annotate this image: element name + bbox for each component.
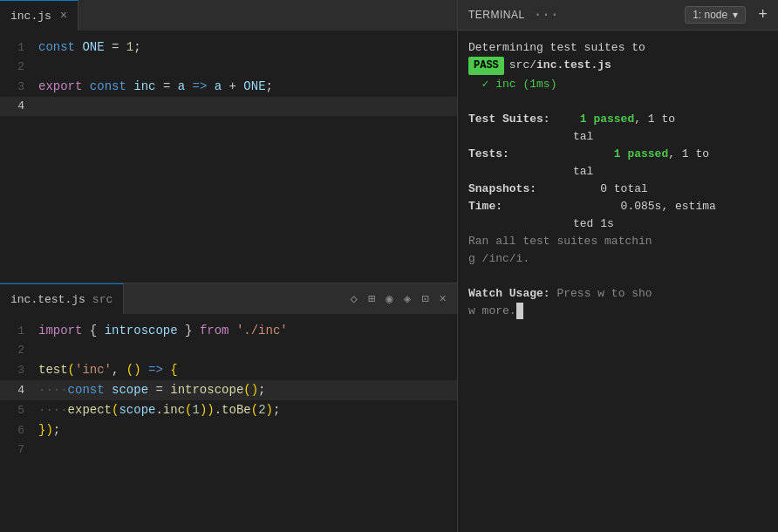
terminal-watch-line: Watch Usage: Press w to sho [468, 285, 768, 302]
code-line: 2 [0, 58, 457, 77]
add-terminal-icon[interactable]: + [758, 6, 768, 24]
terminal-node-selector[interactable]: 1: node ▾ [685, 6, 746, 24]
code-line: 1 const ONE = 1; [0, 38, 457, 58]
terminal-blank [468, 93, 768, 110]
close-icon[interactable]: × [60, 9, 67, 23]
terminal-content: Determining test suites to PASS src/inc.… [458, 31, 778, 532]
line-content: export const inc = a => a + ONE; [35, 77, 457, 96]
terminal-value: 1 passed [573, 146, 668, 162]
diamond-icon[interactable]: ◇ [348, 290, 358, 308]
panel-icon[interactable]: ⊡ [420, 290, 430, 308]
editor-bottom: inc.test.js src ◇ ⊞ ◉ ◈ ⊡ × 1 import { i… [0, 283, 457, 532]
terminal-text: Determining test suites to [468, 39, 645, 56]
tab-bar-top: inc.js × [0, 0, 457, 31]
terminal-value: 0 total [573, 181, 648, 197]
chevron-down-icon: ▾ [733, 9, 738, 21]
tab-inc-js[interactable]: inc.js × [0, 0, 78, 31]
terminal-suite-line: Test Suites: 1 passed , 1 to [468, 111, 768, 127]
line-number: 2 [0, 341, 35, 360]
line-content: const ONE = 1; [35, 38, 457, 57]
code-line: 6 }); [0, 420, 457, 440]
terminal-title: TERMINAL [468, 9, 525, 21]
editor-top: inc.js × 1 const ONE = 1; 2 3 exp [0, 0, 457, 283]
tab-icons: ◇ ⊞ ◉ ◈ ⊡ × [348, 290, 457, 308]
line-number: 3 [0, 78, 35, 97]
tab-test-path: src [92, 293, 113, 306]
line-number: 4 [0, 381, 35, 400]
code-area-bottom: 1 import { introscope } from './inc' 2 3… [0, 314, 457, 532]
terminal-snapshots-line: Snapshots: 0 total [468, 181, 768, 197]
terminal-line: Determining test suites to [468, 39, 768, 56]
code-line: 1 import { introscope } from './inc' [0, 321, 457, 341]
terminal-value2: , 1 to [668, 146, 709, 162]
terminal-value: 1 passed [573, 111, 634, 127]
terminal-text: tal [468, 163, 593, 180]
terminal-value2: , 1 to [634, 111, 675, 127]
code-line: 2 [0, 341, 457, 360]
tab-inc-js-name: inc.js [10, 10, 51, 23]
terminal-text: Ran all test suites matchin [468, 233, 652, 249]
terminal-panel: TERMINAL ··· 1: node ▾ + Determining tes… [458, 0, 778, 532]
line-number: 1 [0, 38, 35, 58]
terminal-text: g /inc/i. [468, 250, 529, 267]
terminal-label: Test Suites: [468, 111, 573, 127]
terminal-watch-label: Watch Usage: [468, 285, 550, 302]
terminal-text: ted 1s [468, 215, 614, 232]
line-content: }); [35, 420, 457, 440]
terminal-check-line: ✓ inc (1ms) [468, 76, 768, 92]
line-content: ····expect(scope.inc(1)).toBe(2); [35, 400, 457, 419]
pass-badge: PASS [468, 57, 504, 75]
terminal-path: src/inc.test.js [509, 57, 611, 75]
terminal-label: Snapshots: [468, 181, 573, 197]
terminal-watch-cont: w more. [468, 303, 768, 319]
terminal-suite-cont: tal [468, 128, 768, 145]
line-content: import { introscope } from './inc' [35, 321, 457, 340]
terminal-pass-line: PASS src/inc.test.js [468, 57, 768, 75]
tab-test-js[interactable]: inc.test.js src [0, 283, 124, 314]
terminal-ran-line: Ran all test suites matchin [468, 233, 768, 249]
line-number: 6 [0, 421, 35, 440]
terminal-text: tal [468, 128, 593, 145]
code-line-active: 4 ····const scope = introscope(); [0, 380, 457, 400]
terminal-blank2 [468, 268, 768, 284]
eye-icon[interactable]: ◉ [384, 290, 394, 308]
code-line-active: 4 [0, 97, 457, 116]
line-number: 5 [0, 401, 35, 420]
terminal-label: Tests: [468, 146, 573, 162]
terminal-text: w more. [468, 303, 523, 319]
terminal-time-line: Time: 0.085s, estima [468, 198, 768, 215]
line-number: 1 [0, 322, 35, 341]
code-line: 3 export const inc = a => a + ONE; [0, 77, 457, 97]
terminal-tests-line: Tests: 1 passed , 1 to [468, 146, 768, 162]
code-line: 3 test('inc', () => { [0, 360, 457, 380]
line-number: 7 [0, 440, 35, 460]
tab-test-filename: inc.test.js [10, 293, 85, 306]
terminal-watch-value: Press w to sho [550, 285, 652, 302]
terminal-header: TERMINAL ··· 1: node ▾ + [458, 0, 778, 31]
terminal-tests-cont: tal [468, 163, 768, 180]
tab-bar-bottom: inc.test.js src ◇ ⊞ ◉ ◈ ⊡ × [0, 283, 457, 314]
terminal-label: Time: [468, 198, 573, 215]
editor-panel: inc.js × 1 const ONE = 1; 2 3 exp [0, 0, 458, 532]
close-icon[interactable]: × [438, 290, 448, 308]
line-number: 2 [0, 58, 35, 77]
terminal-ran-cont: g /inc/i. [468, 250, 768, 267]
scope-icon[interactable]: ◈ [402, 290, 413, 308]
line-number: 3 [0, 361, 35, 380]
main-layout: inc.js × 1 const ONE = 1; 2 3 exp [0, 0, 778, 532]
line-content: ····const scope = introscope(); [35, 380, 457, 399]
node-label: 1: node [693, 9, 727, 21]
terminal-cursor [516, 303, 523, 319]
line-content: test('inc', () => { [35, 360, 457, 379]
code-area-top: 1 const ONE = 1; 2 3 export const inc = … [0, 31, 457, 283]
line-number: 4 [0, 97, 35, 116]
code-line: 7 [0, 440, 457, 460]
terminal-time-cont: ted 1s [468, 215, 768, 232]
terminal-value: 0.085s, estima [573, 198, 716, 215]
code-line: 5 ····expect(scope.inc(1)).toBe(2); [0, 400, 457, 420]
grid-icon[interactable]: ⊞ [366, 290, 377, 308]
terminal-more-icon[interactable]: ··· [534, 7, 559, 23]
terminal-check: ✓ inc (1ms) [468, 76, 556, 92]
